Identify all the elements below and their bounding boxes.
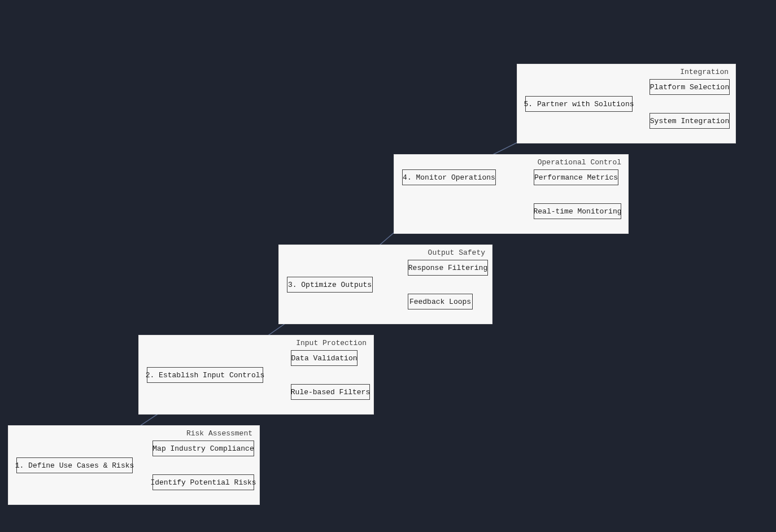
node-label: Data Validation <box>291 354 357 363</box>
node-label: Identify Potential Risks <box>150 478 256 487</box>
node-define-use-cases: 1. Define Use Cases & Risks <box>16 457 133 473</box>
node-system-integration: System Integration <box>649 113 730 129</box>
node-identify-risks: Identify Potential Risks <box>152 474 254 490</box>
node-label: Feedback Loops <box>409 298 471 306</box>
node-label: 3. Optimize Outputs <box>288 281 372 289</box>
node-response-filtering: Response Filtering <box>408 260 488 276</box>
node-data-validation: Data Validation <box>291 350 358 366</box>
node-label: Platform Selection <box>650 83 729 91</box>
group-title: Integration <box>680 68 729 76</box>
node-partner-solutions: 5. Partner with Solutions <box>525 96 633 112</box>
node-establish-input-controls: 2. Establish Input Controls <box>147 367 263 383</box>
node-label: 4. Monitor Operations <box>403 173 495 182</box>
node-platform-selection: Platform Selection <box>649 79 730 95</box>
diagram-canvas: Risk Assessment 1. Define Use Cases & Ri… <box>0 0 776 532</box>
node-optimize-outputs: 3. Optimize Outputs <box>287 277 373 293</box>
group-title: Output Safety <box>428 248 485 257</box>
node-performance-metrics: Performance Metrics <box>534 169 618 185</box>
node-rule-based-filters: Rule-based Filters <box>291 384 370 400</box>
group-title: Risk Assessment <box>186 429 252 438</box>
node-label: 5. Partner with Solutions <box>524 100 634 108</box>
node-feedback-loops: Feedback Loops <box>408 294 473 309</box>
group-title: Input Protection <box>296 339 367 347</box>
node-label: Performance Metrics <box>534 173 618 182</box>
node-label: 2. Establish Input Controls <box>146 371 265 380</box>
node-label: Rule-based Filters <box>291 388 370 396</box>
group-operational-control: Operational Control <box>394 154 629 234</box>
node-monitor-operations: 4. Monitor Operations <box>402 169 496 185</box>
node-label: Real-time Monitoring <box>533 207 621 216</box>
node-map-compliance: Map Industry Compliance <box>152 441 254 456</box>
group-title: Operational Control <box>538 158 621 167</box>
node-realtime-monitoring: Real-time Monitoring <box>534 203 621 219</box>
node-label: System Integration <box>650 117 729 125</box>
node-label: 1. Define Use Cases & Risks <box>15 461 134 470</box>
node-label: Map Industry Compliance <box>152 444 254 453</box>
node-label: Response Filtering <box>408 264 487 272</box>
